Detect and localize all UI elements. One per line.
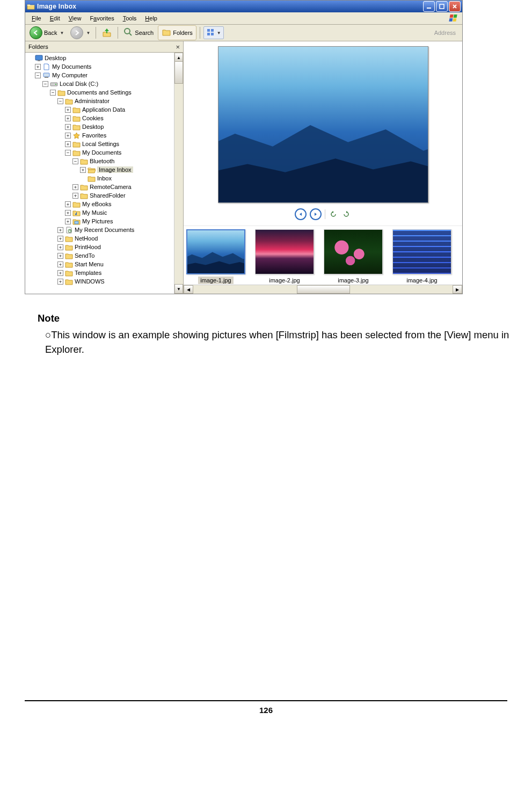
expand-icon[interactable]: + [80,167,86,173]
expand-icon[interactable]: + [65,210,71,216]
expand-icon[interactable]: + [65,107,71,113]
tree-node-label: Cookies [82,115,104,121]
folder-tree[interactable]: ▲ ▼ Desktop+My Documents−My Computer−Loc… [25,53,183,294]
collapse-icon[interactable]: − [35,72,41,78]
expand-icon[interactable]: + [57,227,63,233]
expand-icon[interactable]: + [72,184,78,190]
menu-file[interactable]: File [27,14,46,23]
expand-icon[interactable]: + [57,244,63,250]
expand-icon[interactable]: + [57,261,63,267]
scroll-right-button[interactable]: ▶ [453,285,462,294]
favorites-icon [72,132,81,139]
views-button[interactable]: ▼ [203,26,224,39]
thumbnail[interactable]: image-4.jpg [392,229,452,284]
mymusic-icon [72,209,81,216]
prev-image-button[interactable] [295,208,307,220]
tree-node[interactable]: +Start Menu [25,260,183,268]
expand-icon[interactable]: + [57,253,63,259]
collapse-icon[interactable]: − [42,81,48,87]
expand-icon[interactable]: + [65,133,71,139]
tree-node-label: My Music [82,209,107,216]
tree-node[interactable]: −Administrator [25,97,183,105]
back-button[interactable]: Back ▼ [27,26,66,39]
collapse-icon[interactable]: − [57,98,63,104]
tree-node[interactable]: +RemoteCamera [25,183,183,191]
tree-node[interactable]: +NetHood [25,234,183,243]
scroll-left-button[interactable]: ◀ [184,285,193,294]
expand-icon[interactable]: + [72,193,78,199]
scroll-thumb[interactable] [174,61,183,84]
tree-node-label: Inbox [97,175,112,181]
expand-icon[interactable]: + [65,124,71,130]
expand-icon[interactable]: + [57,236,63,242]
search-button[interactable]: Search [121,26,156,39]
tree-node[interactable]: +My eBooks [25,200,183,208]
tree-node[interactable]: +Cookies [25,114,183,122]
tree-node[interactable]: +Desktop [25,122,183,131]
tree-node[interactable]: −My Computer [25,71,183,79]
scroll-track[interactable] [193,285,453,294]
forward-button[interactable]: ▼ [68,26,92,39]
folders-button[interactable]: Folders [158,25,196,40]
preview-image[interactable] [218,46,428,203]
tree-node[interactable]: +Templates [25,268,183,277]
tree-node[interactable]: +PrintHood [25,243,183,251]
tree-node[interactable]: +Favorites [25,131,183,140]
vertical-scrollbar[interactable]: ▲ ▼ [174,53,183,294]
tree-node[interactable]: −My Documents [25,148,183,157]
folders-panel-title: Folders [28,43,176,50]
thumbnail[interactable]: image-1.jpg [186,229,246,284]
desktop-icon [35,55,43,62]
back-label: Back [44,30,57,36]
maximize-button[interactable] [436,1,448,12]
tree-node[interactable]: +My Documents [25,62,183,71]
tree-node[interactable]: +WINDOWS [25,277,183,286]
expand-icon[interactable]: + [57,270,63,276]
thumbnail[interactable]: image-2.jpg [254,229,315,284]
tree-node[interactable]: −Bluetooth [25,157,183,165]
tree-node[interactable]: +My Pictures [25,217,183,226]
tree-node[interactable]: +Image Inbox [25,165,183,174]
horizontal-scrollbar[interactable]: ◀ ▶ [184,285,462,294]
up-button[interactable] [99,26,114,39]
tree-node[interactable]: +SendTo [25,251,183,260]
close-button[interactable] [449,1,461,12]
forward-dropdown-icon[interactable]: ▼ [86,31,90,35]
expand-icon[interactable]: + [65,219,71,224]
folder-icon [65,235,73,242]
tree-node[interactable]: +SharedFolder [25,191,183,200]
back-dropdown-icon[interactable]: ▼ [60,31,64,35]
rotate-ccw-button[interactable] [329,209,338,219]
tree-node[interactable]: −Local Disk (C:) [25,79,183,88]
menu-help[interactable]: Help [141,14,162,23]
expand-icon[interactable]: + [57,279,63,285]
collapse-icon[interactable]: − [72,158,78,164]
expand-icon[interactable]: + [65,141,71,147]
scroll-down-button[interactable]: ▼ [174,284,183,294]
tree-node[interactable]: +My Recent Documents [25,226,183,234]
next-image-button[interactable] [310,208,322,220]
tree-node[interactable]: +Local Settings [25,140,183,148]
tree-node[interactable]: +Application Data [25,105,183,114]
tree-node[interactable]: Inbox [25,174,183,183]
expand-icon[interactable]: + [65,115,71,121]
minimize-button[interactable] [423,1,435,12]
svg-rect-7 [207,29,210,32]
rotate-cw-button[interactable] [341,209,351,219]
scroll-thumb[interactable] [297,285,350,294]
tree-node[interactable]: −Documents and Settings [25,88,183,97]
menu-view[interactable]: View [64,14,86,23]
menu-edit[interactable]: Edit [46,14,64,23]
svg-rect-4 [449,18,453,21]
tree-node[interactable]: +My Music [25,208,183,217]
menu-favorites[interactable]: Favorites [85,14,118,23]
folders-panel-close[interactable]: × [176,43,180,51]
collapse-icon[interactable]: − [65,150,71,156]
collapse-icon[interactable]: − [50,90,56,96]
tree-node[interactable]: Desktop [25,54,183,62]
menu-tools[interactable]: Tools [119,14,141,23]
expand-icon[interactable]: + [65,201,71,207]
thumbnail[interactable]: image-3.jpg [323,229,383,284]
expand-icon[interactable]: + [35,64,41,70]
tree-node-label: Application Data [82,106,125,113]
